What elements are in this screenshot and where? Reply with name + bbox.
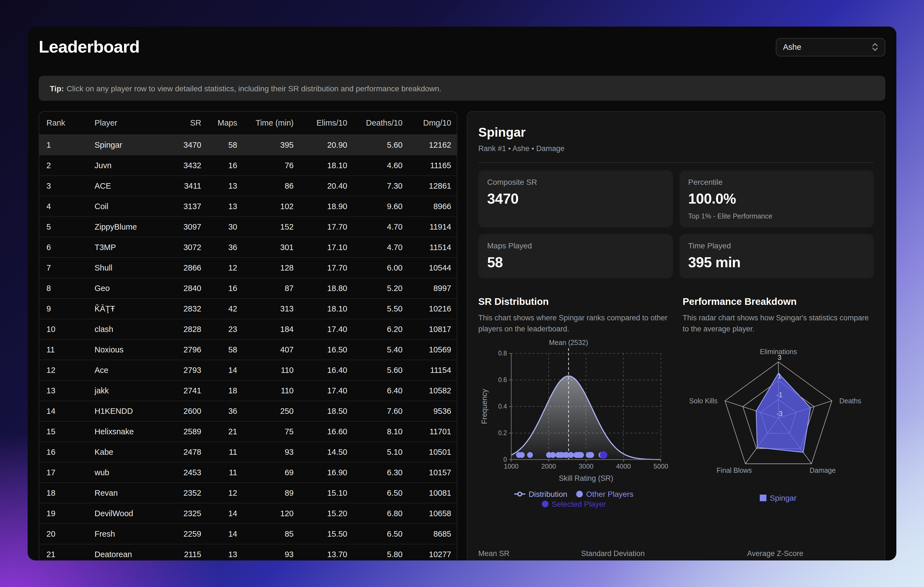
table-cell: 2115	[158, 544, 201, 561]
tip-label: Tip:	[50, 84, 64, 93]
distribution-legend-row-2: Selected Player	[478, 499, 669, 508]
tip-text: Click on any player row to view detailed…	[67, 84, 442, 93]
table-cell: 7	[39, 257, 94, 278]
table-cell: 21	[201, 421, 237, 441]
table-cell: DevilWood	[94, 503, 158, 523]
table-row[interactable]: 14H1KENDD26003625018.507.609536	[39, 400, 457, 421]
table-cell: 2259	[158, 523, 201, 544]
table-row[interactable]: 15Helixsnake2589217516.608.1011701	[39, 421, 457, 441]
table-cell: 6.20	[347, 319, 403, 339]
table-row[interactable]: 13jakk27411811017.406.4010582	[39, 380, 457, 400]
sr-distribution-heading: SR Distribution	[478, 296, 669, 308]
table-cell: 313	[237, 298, 294, 319]
table-cell: 10544	[403, 257, 457, 278]
table-row[interactable]: 12Ace27931411016.405.6011154	[39, 360, 457, 380]
stat-card-label: Maps Played	[487, 241, 664, 250]
table-row[interactable]: 10clash28282318417.406.2010817	[39, 319, 457, 339]
table-cell: 10216	[403, 298, 457, 319]
table-cell: 395	[237, 134, 294, 155]
table-cell: 11	[39, 339, 94, 360]
table-row[interactable]: 21Deatorean2115139313.705.8010277	[39, 544, 457, 561]
table-cell: 152	[237, 216, 294, 237]
table-cell: 2741	[158, 380, 201, 400]
table-row[interactable]: 1Spingar34705839520.905.6012162	[39, 134, 457, 155]
performance-description: This radar chart shows how Spingar's sta…	[683, 313, 874, 335]
table-cell: 10	[39, 319, 94, 339]
table-cell: 110	[237, 380, 294, 400]
table-row[interactable]: 9ǨĀŢŦ28324231318.105.5010216	[39, 298, 457, 319]
table-cell: 16.40	[294, 360, 347, 380]
table-cell: 2600	[158, 400, 201, 421]
table-cell: ZippyBlume	[94, 216, 158, 237]
table-row[interactable]: 2Juvn3432167618.104.6011165	[39, 155, 457, 175]
table-cell: 8966	[403, 196, 457, 216]
table-cell: 6	[39, 237, 94, 257]
table-row[interactable]: 17wub2453116916.906.3010157	[39, 462, 457, 483]
table-row[interactable]: 18Revan2352128915.106.5010081	[39, 483, 457, 503]
table-cell: 18.10	[294, 155, 347, 175]
table-cell: 18.80	[294, 278, 347, 298]
table-cell: 6.00	[347, 257, 403, 278]
table-cell: 5.50	[347, 298, 403, 319]
other-player-dot	[588, 452, 594, 458]
column-header: Maps	[201, 112, 237, 134]
detail-player-subtitle: Rank #1 • Ashe • Damage	[478, 144, 874, 153]
other-player-dot	[568, 452, 574, 458]
table-cell: 3470	[158, 134, 201, 155]
table-cell: 1	[39, 134, 94, 155]
radar-legend: Spingar	[683, 493, 874, 502]
svg-text:0.6: 0.6	[498, 376, 507, 383]
table-row[interactable]: 7Shull28661212817.706.0010544	[39, 257, 457, 278]
svg-text:1000: 1000	[504, 462, 518, 470]
table-cell: 2589	[158, 421, 201, 441]
legend-label: Other Players	[586, 489, 634, 498]
table-cell: 3	[39, 175, 94, 196]
table-cell: 8.10	[347, 421, 403, 441]
column-header: Rank	[39, 112, 94, 134]
leaderboard-table-container: RankPlayerSRMapsTime (min)Elims/10Deaths…	[39, 111, 457, 561]
column-header: SR	[158, 112, 201, 134]
svg-text:3000: 3000	[579, 462, 593, 470]
table-cell: 2840	[158, 278, 201, 298]
table-cell: 5.60	[347, 134, 403, 155]
table-cell: 13.70	[294, 544, 347, 561]
table-row[interactable]: 8Geo2840168718.805.208997	[39, 278, 457, 298]
detail-player-name: Spingar	[478, 125, 874, 140]
table-cell: 11	[201, 462, 237, 483]
hero-select[interactable]: Ashe	[776, 38, 885, 56]
table-cell: 2793	[158, 360, 201, 380]
table-cell: 11914	[403, 216, 457, 237]
svg-text:0.4: 0.4	[498, 402, 507, 410]
table-cell: 11	[201, 441, 237, 462]
table-cell: Spingar	[94, 134, 158, 155]
table-row[interactable]: 20Fresh2259148515.506.508685	[39, 523, 457, 544]
table-cell: 58	[201, 134, 237, 155]
stat-card: Time Played395 min	[679, 234, 874, 278]
table-row[interactable]: 16Kabe2478119314.505.1010501	[39, 441, 457, 462]
radar-category-label: Solo Kills	[689, 397, 718, 404]
table-row[interactable]: 3ACE3411138620.407.3012861	[39, 175, 457, 196]
svg-text:0.8: 0.8	[498, 349, 507, 357]
table-row[interactable]: 6T3MP30723630117.104.7011514	[39, 237, 457, 257]
table-cell: 15.10	[294, 483, 347, 503]
table-row[interactable]: 19DevilWood23251412015.206.8010658	[39, 503, 457, 523]
table-cell: 2	[39, 155, 94, 175]
table-cell: 69	[237, 462, 294, 483]
table-cell: 4.70	[347, 216, 403, 237]
table-cell: 11514	[403, 237, 457, 257]
table-cell: 5.10	[347, 441, 403, 462]
svg-text:2000: 2000	[541, 462, 556, 470]
table-cell: 2866	[158, 257, 201, 278]
radar-tick-label: -1	[776, 390, 782, 398]
table-cell: 15.50	[294, 523, 347, 544]
table-cell: 16	[201, 155, 237, 175]
radar-tick-label: 1	[777, 372, 781, 380]
table-cell: 17.10	[294, 237, 347, 257]
top-bar: Leaderboard Ashe	[39, 34, 885, 60]
table-row[interactable]: 11Noxious27965840716.505.4010569	[39, 339, 457, 360]
table-cell: 301	[237, 237, 294, 257]
table-row[interactable]: 4Coil31371310218.909.608966	[39, 196, 457, 216]
other-player-dot	[578, 452, 584, 458]
table-row[interactable]: 5ZippyBlume30973015217.704.7011914	[39, 216, 457, 237]
table-cell: 128	[237, 257, 294, 278]
